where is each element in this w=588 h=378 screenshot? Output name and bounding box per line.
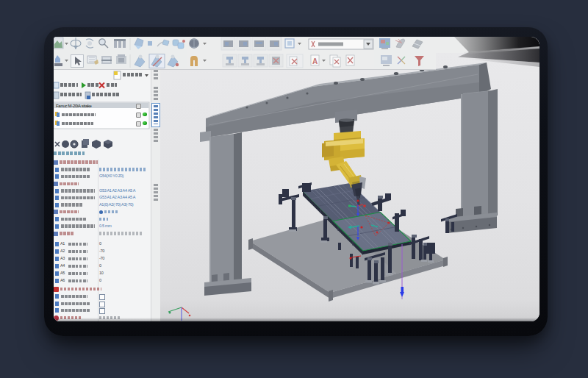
svg-text:A: A xyxy=(312,57,318,65)
